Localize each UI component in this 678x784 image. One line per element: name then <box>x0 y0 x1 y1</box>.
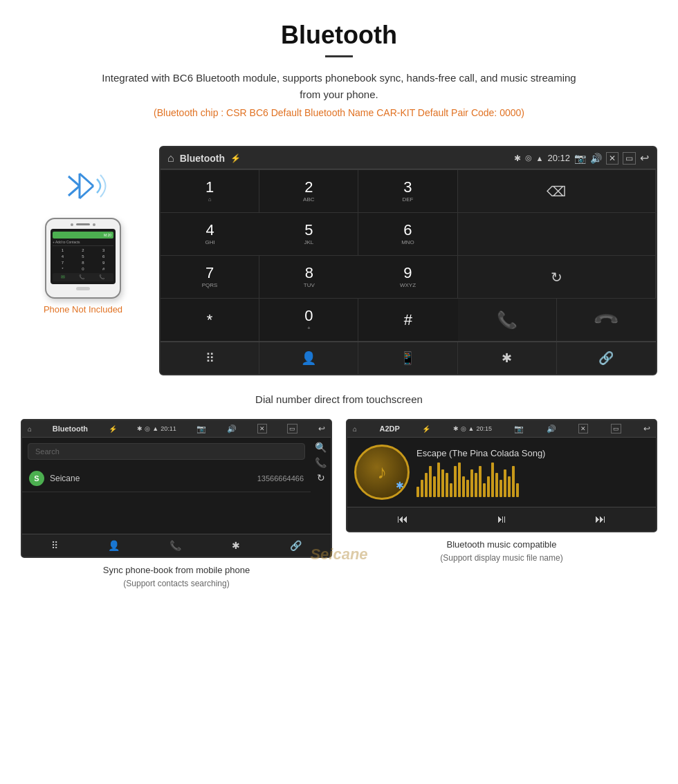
music-controls: ⏮ ⏯ ⏭ <box>347 507 656 531</box>
dial-star[interactable]: * <box>161 299 259 342</box>
vis-bar <box>454 466 457 497</box>
vis-bar <box>479 466 482 497</box>
dial-3[interactable]: 3 DEF <box>358 170 457 213</box>
time-display: 20:12 <box>547 153 570 163</box>
vis-bar <box>512 466 515 497</box>
phonebook-volume-icon[interactable]: 🔊 <box>227 424 237 433</box>
music-back-icon[interactable]: ↩ <box>643 424 650 433</box>
search-right-icon[interactable]: 🔍 <box>315 442 327 453</box>
next-track-button[interactable]: ⏭ <box>595 513 606 525</box>
page-title: Bluetooth <box>14 21 664 50</box>
play-pause-button[interactable]: ⏯ <box>496 513 507 525</box>
phone-mockup: M:20 + Add to Contacts 123 456 789 *0# ✉… <box>45 218 121 299</box>
car-bottom-toolbar: ⠿ 👤 📱 ✱ 🔗 <box>161 342 656 374</box>
dialpad-tab[interactable]: ⠿ <box>161 342 259 374</box>
svg-line-0 <box>80 174 93 186</box>
music-note-icon: ♪ <box>377 461 387 483</box>
backspace-button[interactable]: ⌫ <box>547 183 566 200</box>
bluetooth-badge-icon: ✱ <box>396 480 404 491</box>
vis-bar <box>446 473 448 497</box>
phonebook-content: Search S Seicane 13566664466 🔍 📞 ↻ <box>22 438 331 534</box>
vis-bar <box>437 463 440 497</box>
dial-7[interactable]: 7 PQRS <box>161 256 259 299</box>
vis-bar <box>500 480 502 497</box>
music-volume-icon[interactable]: 🔊 <box>547 424 556 433</box>
phonebook-bottom-bar: ⠿ 👤 📞 ✱ 🔗 <box>22 534 331 557</box>
music-topbar: ⌂ A2DP ⚡ ✱◎▲ 20:15 📷 🔊 ✕ ▭ ↩ <box>347 420 656 438</box>
bluetooth-tab[interactable]: ✱ <box>458 342 557 374</box>
close-icon[interactable]: ✕ <box>606 152 619 165</box>
contact-row[interactable]: S Seicane 13566664466 <box>22 465 311 492</box>
link-tab[interactable]: 🔗 <box>557 342 656 374</box>
prev-track-button[interactable]: ⏮ <box>397 513 408 525</box>
album-art: ♪ ✱ <box>354 445 410 500</box>
phonebook-camera-icon[interactable]: 📷 <box>196 424 206 433</box>
home-icon[interactable]: ⌂ <box>167 152 174 165</box>
phonebook-list: Search S Seicane 13566664466 <box>22 438 311 534</box>
vis-bar <box>516 483 519 497</box>
pb-link-icon[interactable]: 🔗 <box>290 540 302 551</box>
dial-0[interactable]: 0 + <box>259 299 358 342</box>
dialpad-grid: 1 ⌂ 2 ABC 3 DEF ⌫ 4 GHI 5 JKL <box>161 169 656 342</box>
pb-calls-icon[interactable]: 📞 <box>170 540 181 551</box>
dial-2[interactable]: 2 ABC <box>259 170 358 213</box>
pb-contacts-icon[interactable]: 👤 <box>108 540 120 551</box>
calls-tab[interactable]: 📱 <box>358 342 457 374</box>
vis-bar <box>429 466 432 497</box>
contact-name: Seicane <box>50 474 257 483</box>
phonebook-close-icon[interactable]: ✕ <box>257 424 267 433</box>
dial-8[interactable]: 8 TUV <box>259 256 358 299</box>
music-camera-icon[interactable]: 📷 <box>514 424 524 433</box>
vis-bar <box>416 487 419 497</box>
music-title: A2DP <box>379 424 399 433</box>
volume-icon[interactable]: 🔊 <box>590 153 602 164</box>
location-icon: ◎ <box>525 153 532 162</box>
dial-1[interactable]: 1 ⌂ <box>161 170 259 213</box>
pb-bluetooth-icon[interactable]: ✱ <box>232 540 240 551</box>
page-description: Integrated with BC6 Bluetooth module, su… <box>97 70 581 103</box>
music-screen: ⌂ A2DP ⚡ ✱◎▲ 20:15 📷 🔊 ✕ ▭ ↩ ♪ <box>346 419 657 532</box>
phonebook-home-icon[interactable]: ⌂ <box>28 425 32 433</box>
dial-5[interactable]: 5 JKL <box>259 213 358 256</box>
music-window-icon[interactable]: ▭ <box>611 424 621 433</box>
call-right-icon[interactable]: 📞 <box>315 457 327 468</box>
window-icon[interactable]: ▭ <box>623 152 636 165</box>
vis-bar <box>466 480 469 497</box>
contacts-tab[interactable]: 👤 <box>259 342 358 374</box>
signal-icon: ▲ <box>536 154 544 162</box>
dial-hash[interactable]: # <box>358 299 457 342</box>
music-info: Escape (The Pina Colada Song) <box>416 448 649 497</box>
song-title: Escape (The Pina Colada Song) <box>416 448 649 458</box>
music-home-icon[interactable]: ⌂ <box>353 425 357 433</box>
phonebook-empty-space <box>22 492 311 534</box>
search-bar[interactable]: Search <box>28 443 305 460</box>
phonebook-title: Bluetooth <box>53 424 88 433</box>
bluetooth-icon <box>59 167 107 211</box>
vis-bar <box>475 473 477 497</box>
phonebook-back-icon[interactable]: ↩ <box>318 424 325 433</box>
vis-bar <box>458 463 461 497</box>
car-screen-dialpad: ⌂ Bluetooth ⚡ ✱ ◎ ▲ 20:12 📷 🔊 ✕ ▭ ↩ 1 ⌂ <box>159 146 657 375</box>
phonebook-screen: ⌂ Bluetooth ⚡ ✱◎▲ 20:11 📷 🔊 ✕ ▭ ↩ <box>21 419 332 558</box>
vis-bar <box>483 483 486 497</box>
dial-4[interactable]: 4 GHI <box>161 213 259 256</box>
reload-button[interactable]: ↻ <box>551 269 562 286</box>
camera-icon[interactable]: 📷 <box>574 153 586 164</box>
end-call-button[interactable]: 📞 <box>557 299 656 342</box>
vis-bar <box>425 473 428 497</box>
call-button[interactable]: 📞 <box>458 299 557 342</box>
pb-dialpad-icon[interactable]: ⠿ <box>51 540 58 551</box>
vis-bar <box>470 469 473 497</box>
music-close-icon[interactable]: ✕ <box>578 424 588 433</box>
phonebook-window-icon[interactable]: ▭ <box>287 424 297 433</box>
dial-6[interactable]: 6 MNO <box>358 213 457 256</box>
reload-right-icon[interactable]: ↻ <box>315 472 327 483</box>
back-icon[interactable]: ↩ <box>640 151 649 165</box>
music-container: ⌂ A2DP ⚡ ✱◎▲ 20:15 📷 🔊 ✕ ▭ ↩ ♪ <box>346 419 657 590</box>
main-caption: Dial number direct from touchscreen <box>0 393 678 405</box>
vis-bar <box>491 463 494 497</box>
contacts-icon: 👤 <box>301 351 316 366</box>
phonebook-container: ⌂ Bluetooth ⚡ ✱◎▲ 20:11 📷 🔊 ✕ ▭ ↩ <box>21 419 332 590</box>
display-area-2 <box>458 213 656 256</box>
dial-9[interactable]: 9 WXYZ <box>358 256 457 299</box>
